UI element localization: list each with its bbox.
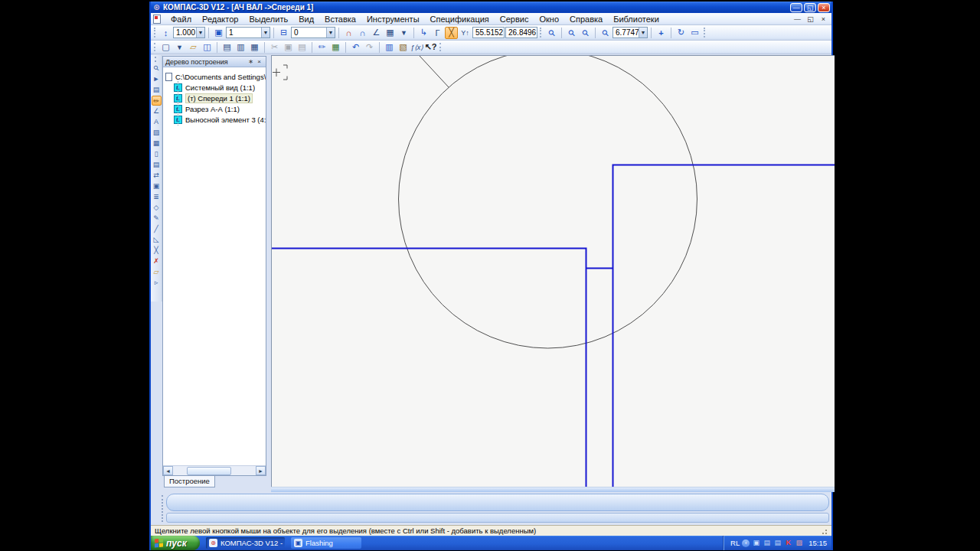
tree-item-front-view[interactable]: t. (т) Спереди 1 (1:1) <box>163 93 266 103</box>
shapes-tool-icon[interactable]: ◇ <box>152 203 162 213</box>
save-icon[interactable]: ◫ <box>201 41 214 54</box>
language-indicator[interactable]: RL <box>730 539 740 547</box>
paste-icon[interactable]: ▤ <box>296 41 309 54</box>
undo-icon[interactable]: ↶ <box>349 41 362 54</box>
print-setup-icon[interactable]: ▦ <box>248 41 261 54</box>
menu-insert[interactable]: Вставка <box>319 14 361 24</box>
scrollbar-thumb[interactable] <box>187 467 231 475</box>
print-icon[interactable]: ▤ <box>220 41 234 54</box>
canvas-bottom-scrollbar[interactable] <box>271 487 835 492</box>
delete-tool-icon[interactable]: ✗ <box>152 256 162 266</box>
layers-tool-icon[interactable]: ▤ <box>152 85 162 95</box>
print-preview-icon[interactable]: ▥ <box>234 41 247 54</box>
menu-window[interactable]: Окно <box>534 14 564 24</box>
grid-icon[interactable]: ▦ <box>384 27 397 39</box>
snap-magnet-on-icon[interactable]: ∩ <box>342 27 355 39</box>
pin-icon[interactable]: ∗ <box>247 58 255 65</box>
scale-icon[interactable]: ↕ <box>159 27 172 39</box>
taskbar-task-flashing[interactable]: ▣ Flashing <box>291 537 361 549</box>
menu-editor[interactable]: Редактор <box>197 14 243 24</box>
chevron-down-icon[interactable]: ▼ <box>173 41 186 54</box>
draw-tool-icon[interactable]: ✎ <box>152 214 162 223</box>
y-coordinate-field[interactable]: 26.8496 <box>505 27 537 38</box>
options-field[interactable] <box>166 513 829 523</box>
restore-button[interactable]: ◱ <box>804 3 816 12</box>
document-tool-icon[interactable]: ▯ <box>152 149 162 159</box>
grid-tool-icon[interactable]: ▦ <box>152 139 162 148</box>
open-folder-icon[interactable]: ▱ <box>187 41 200 54</box>
active-edit-tool-icon[interactable]: ✏ <box>152 96 162 106</box>
round-coords-icon[interactable]: ╳ <box>445 27 458 39</box>
chevron-down-icon[interactable]: ▼ <box>196 28 204 37</box>
frame-tool-icon[interactable]: ▣ <box>152 181 162 191</box>
detail-boundary-circle[interactable] <box>399 56 697 348</box>
menu-view[interactable]: Вид <box>293 14 319 24</box>
properties-table-icon[interactable]: ▦ <box>329 41 342 54</box>
tree-horizontal-scrollbar[interactable]: ◄ ► <box>163 465 266 475</box>
chevron-down-icon[interactable]: ▼ <box>639 28 647 37</box>
layer-icon[interactable]: ▣ <box>212 27 225 39</box>
redo-icon[interactable]: ↷ <box>363 41 376 54</box>
zoom-area-icon[interactable]: ⚲ <box>543 24 560 41</box>
tree-item-detail-view[interactable]: t. Выносной элемент 3 (4:1) <box>163 114 266 125</box>
close-icon[interactable]: × <box>255 58 263 65</box>
palette-icon[interactable]: ▧ <box>397 41 410 54</box>
scroll-left-icon[interactable]: ◄ <box>163 466 173 475</box>
drawing-canvas[interactable] <box>271 55 835 487</box>
scroll-right-icon[interactable]: ► <box>256 466 266 475</box>
message-field[interactable] <box>166 494 829 511</box>
menu-specification[interactable]: Спецификация <box>425 14 495 24</box>
slash-tool-icon[interactable]: ╱ <box>152 224 162 234</box>
refresh-view-icon[interactable]: ↻ <box>675 27 688 39</box>
ortho-mode-icon[interactable]: Γ <box>431 27 444 39</box>
menu-libraries[interactable]: Библиотеки <box>608 14 665 24</box>
shaft-outline-left[interactable] <box>272 249 586 487</box>
zoom-selection-icon[interactable]: ⚲ <box>596 24 614 41</box>
new-document-icon[interactable]: ▢ <box>159 41 172 54</box>
angle-tool-icon[interactable]: ∠ <box>152 106 162 116</box>
chevron-down-icon[interactable]: ▼ <box>326 28 335 37</box>
copy-icon[interactable]: ▣ <box>282 41 295 54</box>
scale-combobox[interactable]: 1.000 ▼ <box>173 27 205 38</box>
mdi-minimize-button[interactable]: — <box>792 15 802 23</box>
taskbar-task-kompas[interactable]: ⊛ КОМПАС-3D V12 - [А... <box>206 537 285 549</box>
hatch-tool-icon[interactable]: ▨ <box>152 128 162 138</box>
fx-function-icon[interactable]: ƒ⟨x⟩ <box>410 41 423 54</box>
segments-tool-icon[interactable]: ≣ <box>152 192 162 202</box>
tree-root-item[interactable]: C:\Documents and Settings\студе <box>163 71 266 82</box>
kaspersky-tray-icon[interactable]: K <box>784 539 792 547</box>
cross-tool-icon[interactable]: ╳ <box>152 246 162 256</box>
sheet-combobox[interactable]: 0 ▼ <box>291 27 335 38</box>
tree-item-system-view[interactable]: t. Системный вид (1:1) <box>163 82 266 93</box>
menu-select[interactable]: Выделить <box>243 14 293 24</box>
sheet-icon[interactable]: ⊟ <box>277 27 290 39</box>
variables-icon[interactable]: ▥ <box>383 41 396 54</box>
drawing-svg[interactable] <box>272 56 835 487</box>
triangle-tool-icon[interactable]: ◺ <box>152 235 162 245</box>
layer-combobox[interactable]: 1 ▼ <box>226 27 270 38</box>
run-tool-icon[interactable]: ▹ <box>152 278 162 288</box>
resize-grip[interactable] <box>820 527 828 535</box>
document-icon[interactable] <box>153 15 161 24</box>
x-coordinate-field[interactable]: 55.5152 <box>472 27 505 38</box>
chevron-down-icon[interactable]: ▼ <box>397 27 410 39</box>
print-tool-icon[interactable]: ▤ <box>152 160 162 170</box>
hide-icons-chevron-icon[interactable]: ‹ <box>742 540 750 547</box>
menu-file[interactable]: Файл <box>165 14 197 24</box>
tree-item-section-view[interactable]: t. Разрез А-А (1:1) <box>163 103 266 114</box>
display-tray-icon[interactable]: ▤ <box>763 539 771 547</box>
close-button[interactable]: × <box>818 3 830 12</box>
format-painter-icon[interactable]: ✏ <box>315 41 328 54</box>
toolbar-handle[interactable] <box>439 43 443 52</box>
zoom-combobox[interactable]: 6.7747 ▼ <box>612 27 648 38</box>
shaft-outline-right[interactable] <box>613 165 835 487</box>
start-button[interactable]: пуск <box>151 536 200 550</box>
minimize-button[interactable]: — <box>790 3 802 12</box>
flashing-tray-icon[interactable]: ▣ <box>752 539 760 547</box>
angle-snap-icon[interactable]: ∠ <box>370 27 383 39</box>
mdi-restore-button[interactable]: ◱ <box>805 15 815 23</box>
display-tray-icon[interactable]: ▤ <box>773 539 782 547</box>
cut-icon[interactable]: ✂ <box>268 41 281 54</box>
display-mode-icon[interactable]: ▭ <box>688 27 701 39</box>
toolbar-handle[interactable] <box>154 43 157 52</box>
